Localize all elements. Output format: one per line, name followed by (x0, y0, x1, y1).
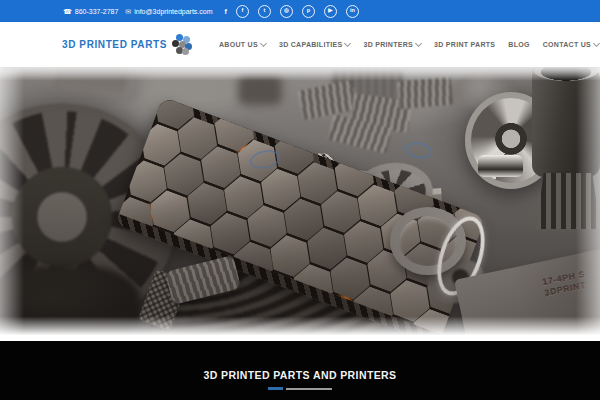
nav-label: BLOG (508, 41, 529, 48)
chevron-down-icon (593, 40, 600, 47)
nav-label: 3D PRINT PARTS (434, 41, 495, 48)
chevron-down-icon (344, 40, 351, 47)
ribbed-slab-graphic (297, 80, 358, 121)
nav-item-3d-printers[interactable]: 3D PRINTERS (363, 41, 421, 48)
phone-link[interactable]: ☎ 860-337-2787 (63, 8, 118, 15)
background-gear-graphic (238, 75, 282, 105)
page: ☎ 860-337-2787 ✉ info@3dprintedparts.com… (0, 0, 600, 400)
pinterest-icon[interactable]: p (302, 5, 315, 18)
divider-blue-segment (268, 387, 283, 390)
dark-cylinder-graphic (532, 67, 600, 177)
phone-number: 860-337-2787 (75, 8, 119, 15)
section-title: 3D PRINTED PARTS AND PRINTERS (203, 369, 396, 381)
facebook-icon[interactable]: f (225, 8, 227, 15)
plate-engraving: 17-4PH S 3DPRINT (541, 269, 588, 299)
youtube-icon[interactable]: ▶ (324, 5, 337, 18)
top-bar-content: ☎ 860-337-2787 ✉ info@3dprintedparts.com… (63, 5, 359, 18)
facebook-circle-icon[interactable]: f (236, 5, 249, 18)
logo-text: 3D PRINTED PARTS (62, 39, 167, 50)
top-bar: ☎ 860-337-2787 ✉ info@3dprintedparts.com… (0, 0, 600, 22)
nav-item-blog[interactable]: BLOG (508, 41, 529, 48)
social-icons: f f t ◎ p ▶ in (225, 5, 359, 18)
title-divider (268, 387, 332, 390)
ribbed-slab-graphic (397, 77, 453, 110)
instagram-icon[interactable]: ◎ (280, 5, 293, 18)
linkedin-icon[interactable]: in (346, 5, 359, 18)
twitter-icon[interactable]: t (258, 5, 271, 18)
blue-wireframe-graphic (405, 141, 433, 160)
nav-item-contact-us[interactable]: CONTACT US (543, 41, 599, 48)
main-navigation: 3D PRINTED PARTS ABOUT US 3D CAPABILITIE… (0, 22, 600, 67)
nav-label: CONTACT US (543, 41, 591, 48)
hero-image: 17-4PH S 3DPRINT (0, 67, 600, 341)
phone-icon: ☎ (63, 8, 72, 15)
nav-label: 3D CAPABILITIES (279, 41, 343, 48)
chevron-down-icon (415, 40, 422, 47)
menu: ABOUT US 3D CAPABILITIES 3D PRINTERS 3D … (219, 39, 600, 50)
nav-item-3d-print-parts[interactable]: 3D PRINT PARTS (434, 41, 495, 48)
background-part-graphic (150, 67, 245, 101)
nav-label: 3D PRINTERS (363, 41, 413, 48)
dark-part-graphic (0, 265, 140, 341)
email-link[interactable]: ✉ info@3dprintedparts.com (125, 8, 212, 15)
chrome-band-graphic (478, 155, 523, 177)
envelope-icon: ✉ (125, 8, 131, 15)
nav-item-3d-capabilities[interactable]: 3D CAPABILITIES (279, 41, 351, 48)
divider-gray-segment (286, 388, 332, 390)
nav-label: ABOUT US (219, 41, 258, 48)
email-address: info@3dprintedparts.com (134, 8, 212, 15)
ribbed-skirt-graphic (536, 173, 600, 229)
chevron-down-icon (260, 40, 267, 47)
logo-sphere-cluster-icon (170, 34, 192, 56)
nav-item-about-us[interactable]: ABOUT US (219, 41, 266, 48)
site-logo[interactable]: 3D PRINTED PARTS (62, 34, 192, 56)
section-heading-band: 3D PRINTED PARTS AND PRINTERS (0, 341, 600, 400)
